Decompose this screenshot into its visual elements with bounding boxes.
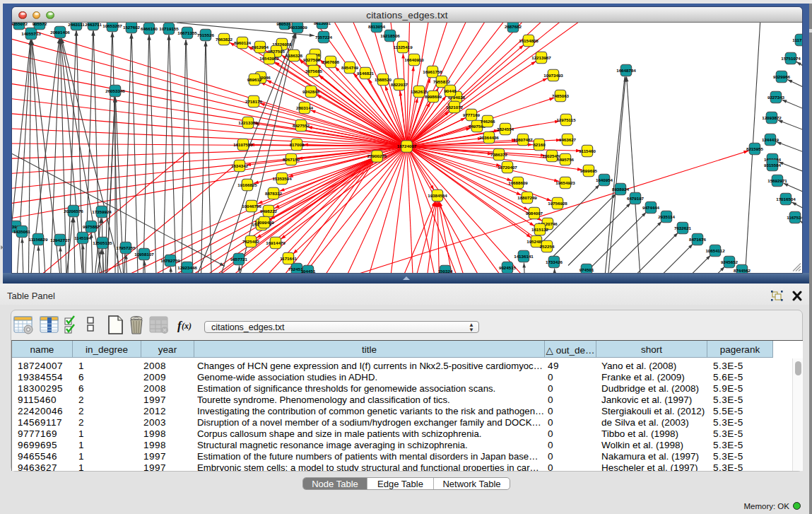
svg-text:8215955: 8215955 (746, 146, 764, 151)
svg-text:15720407: 15720407 (498, 164, 517, 169)
svg-text:7632621: 7632621 (674, 225, 692, 230)
svg-text:26053346: 26053346 (105, 88, 125, 93)
svg-text:1640954: 1640954 (596, 177, 613, 182)
svg-text:8427552: 8427552 (293, 122, 310, 127)
svg-text:252254: 252254 (540, 243, 555, 248)
svg-text:9242848: 9242848 (302, 88, 320, 93)
svg-text:8822037: 8822037 (391, 81, 408, 86)
svg-text:1435061: 1435061 (13, 228, 31, 233)
svg-text:746266: 746266 (481, 118, 495, 123)
svg-text:9498222: 9498222 (260, 208, 278, 213)
svg-text:7386372: 7386372 (490, 151, 508, 156)
svg-text:2463111: 2463111 (68, 23, 85, 27)
svg-text:9245652: 9245652 (721, 259, 739, 264)
svg-text:(x): (x) (182, 321, 192, 331)
svg-text:6466160: 6466160 (141, 25, 158, 30)
svg-text:17957255: 17957255 (116, 245, 136, 250)
svg-text:9329966: 9329966 (773, 74, 791, 78)
svg-text:1733426: 1733426 (546, 259, 563, 264)
svg-text:22900275: 22900275 (367, 153, 387, 158)
svg-text:12093872: 12093872 (762, 115, 782, 119)
svg-text:16033809: 16033809 (288, 24, 307, 29)
svg-text:16543962: 16543962 (259, 55, 279, 60)
svg-text:19756928: 19756928 (548, 200, 567, 205)
svg-text:1362615: 1362615 (411, 88, 428, 93)
svg-text:3824554: 3824554 (497, 126, 514, 131)
svg-text:1171641: 1171641 (280, 255, 297, 260)
svg-text:1167534: 1167534 (787, 214, 802, 219)
svg-text:10958107: 10958107 (134, 251, 154, 256)
svg-text:10719155: 10719155 (159, 25, 179, 30)
svg-text:8613051: 8613051 (314, 23, 331, 25)
svg-text:19218506: 19218506 (380, 33, 400, 37)
svg-text:20206576: 20206576 (64, 208, 83, 213)
svg-text:989612: 989612 (247, 76, 262, 81)
svg-text:14136141: 14136141 (514, 253, 534, 258)
svg-text:19654923: 19654923 (555, 180, 575, 185)
svg-text:2967608: 2967608 (322, 59, 340, 64)
svg-text:15692971: 15692971 (767, 177, 787, 182)
svg-text:10688609: 10688609 (508, 180, 528, 185)
svg-text:7485063: 7485063 (552, 93, 570, 98)
svg-text:20364436: 20364436 (479, 134, 499, 139)
svg-text:16914479: 16914479 (266, 240, 286, 245)
svg-text:12923448: 12923448 (177, 264, 197, 269)
svg-text:1634342: 1634342 (231, 163, 249, 168)
svg-text:8878332: 8878332 (265, 190, 283, 195)
svg-text:9024515: 9024515 (499, 264, 517, 269)
svg-text:2463711: 2463711 (85, 23, 102, 27)
svg-text:14099489: 14099489 (254, 219, 274, 224)
svg-text:19166825: 19166825 (237, 182, 257, 187)
svg-text:150324: 150324 (438, 268, 453, 273)
svg-text:12975115: 12975115 (556, 117, 576, 122)
svg-text:16961758: 16961758 (423, 69, 442, 74)
svg-text:2687682: 2687682 (505, 23, 522, 28)
svg-text:974501: 974501 (579, 267, 594, 271)
svg-text:10807487: 10807487 (513, 136, 533, 141)
svg-text:16154808: 16154808 (519, 37, 539, 42)
svg-text:9657721: 9657721 (230, 256, 248, 261)
svg-text:9777169: 9777169 (463, 112, 481, 117)
svg-text:16107553: 16107553 (233, 141, 253, 146)
svg-text:7625402: 7625402 (242, 238, 260, 243)
svg-text:8912954: 8912954 (252, 44, 269, 49)
svg-text:16782759: 16782759 (160, 257, 180, 262)
svg-text:12213369: 12213369 (238, 119, 258, 124)
svg-text:17016504: 17016504 (776, 196, 796, 201)
svg-text:18807249: 18807249 (517, 194, 537, 199)
svg-text:17359924: 17359924 (92, 209, 112, 214)
svg-text:7663822: 7663822 (216, 36, 233, 41)
svg-text:15751074: 15751074 (781, 55, 801, 60)
svg-text:5495756: 5495756 (557, 156, 575, 161)
svg-text:1145194: 1145194 (74, 235, 91, 240)
svg-text:1615132: 1615132 (531, 226, 549, 231)
svg-text:9115460: 9115460 (579, 148, 596, 153)
svg-text:10654112: 10654112 (705, 247, 725, 252)
svg-text:11353594: 11353594 (272, 175, 292, 180)
svg-text:18724007: 18724007 (397, 144, 417, 148)
svg-text:6479197: 6479197 (627, 195, 645, 200)
svg-text:1244419: 1244419 (762, 136, 779, 141)
svg-text:9315584: 9315584 (764, 162, 782, 167)
svg-text:12505135: 12505135 (93, 240, 112, 245)
svg-text:10046756: 10046756 (242, 203, 261, 208)
svg-text:8454749: 8454749 (341, 64, 359, 69)
svg-text:20691406: 20691406 (50, 29, 70, 34)
svg-text:2718176: 2718176 (245, 98, 263, 103)
svg-text:10973493: 10973493 (543, 72, 563, 77)
svg-text:19384554: 19384554 (428, 192, 447, 197)
svg-text:8813054: 8813054 (368, 23, 386, 28)
svg-text:9699695: 9699695 (580, 168, 598, 173)
svg-text:1117154: 1117154 (792, 37, 802, 42)
svg-text:7515526: 7515526 (197, 32, 215, 37)
svg-text:8267150: 8267150 (283, 156, 300, 161)
svg-text:12213967: 12213967 (531, 54, 551, 59)
svg-text:104451: 104451 (301, 268, 316, 273)
svg-text:11325419: 11325419 (393, 44, 413, 49)
svg-text:9227343: 9227343 (767, 94, 785, 99)
svg-text:1527602: 1527602 (123, 24, 141, 29)
svg-text:8471676: 8471676 (689, 236, 707, 241)
svg-text:16640910: 16640910 (404, 57, 424, 62)
svg-text:8186328: 8186328 (286, 52, 303, 57)
svg-text:11156829: 11156829 (29, 236, 48, 241)
